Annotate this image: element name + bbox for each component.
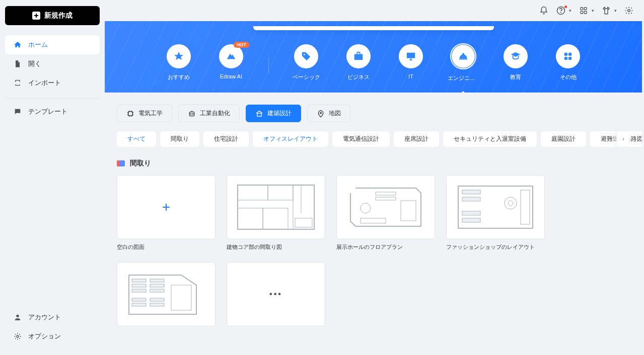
svg-rect-46: [132, 284, 146, 287]
subtab-label: 電気工学: [138, 109, 163, 118]
toolbar: ▾ ▾ ▾: [105, 0, 644, 21]
svg-rect-11: [407, 53, 415, 58]
svg-rect-7: [584, 11, 587, 14]
filter-scroll-right[interactable]: ›: [617, 131, 630, 146]
hero-cat-it[interactable]: IT: [396, 44, 426, 82]
svg-rect-39: [462, 197, 480, 201]
sidebar-item-template[interactable]: テンプレート: [5, 102, 100, 121]
sidebar-item-import[interactable]: インポート: [5, 73, 100, 93]
svg-rect-13: [459, 59, 468, 60]
template-card[interactable]: ファッションショップのレイアウト: [446, 175, 545, 251]
help-icon[interactable]: [556, 6, 566, 16]
svg-point-43: [508, 201, 513, 206]
hero-cat-ai[interactable]: HOTEdraw AI: [216, 44, 246, 82]
svg-rect-50: [150, 289, 164, 292]
hero-cat-other[interactable]: その他: [553, 44, 583, 82]
filter-chip[interactable]: 避難退出経路図: [590, 131, 642, 147]
pin-icon: [317, 110, 325, 118]
filter-chip[interactable]: オフィスレイアウト: [253, 131, 328, 147]
gear-icon[interactable]: [624, 6, 634, 16]
hero-cat-education[interactable]: 教育: [500, 44, 531, 82]
template-card[interactable]: [117, 262, 216, 326]
subtab-arch[interactable]: 建築設計: [246, 105, 301, 122]
svg-point-23: [320, 112, 322, 114]
subtab-label: 地図: [329, 109, 341, 118]
subtab-ee[interactable]: 電気工学: [117, 105, 172, 122]
svg-rect-48: [150, 279, 164, 282]
card-thumb: •••: [227, 262, 325, 326]
sidebar-item-home[interactable]: ホーム: [5, 35, 100, 54]
svg-rect-18: [128, 112, 132, 116]
svg-rect-4: [581, 8, 583, 10]
svg-point-3: [561, 12, 561, 13]
sidebar-item-open[interactable]: 開く: [5, 54, 100, 73]
svg-rect-16: [564, 57, 567, 60]
hero-cat-business[interactable]: ビジネス: [343, 44, 374, 82]
filter-chip[interactable]: 座席設計: [394, 131, 439, 147]
card-thumb: [446, 175, 545, 239]
filter-chip[interactable]: すべて: [117, 131, 156, 147]
svg-rect-51: [132, 298, 146, 301]
svg-rect-14: [564, 53, 567, 56]
svg-point-0: [16, 315, 19, 317]
svg-rect-17: [568, 57, 571, 60]
sidebar-item-label: アカウント: [28, 313, 61, 322]
svg-rect-33: [376, 197, 396, 200]
sidebar-item-label: インポート: [28, 78, 61, 87]
svg-rect-6: [581, 11, 583, 14]
filter-chip[interactable]: 庭園設計: [541, 131, 586, 147]
svg-rect-15: [568, 53, 571, 56]
svg-rect-54: [150, 303, 164, 306]
filter-chip[interactable]: セキュリティと入退室設備: [443, 131, 537, 147]
filter-chip[interactable]: 間取り: [160, 131, 199, 147]
filter-chip[interactable]: 住宅設計: [203, 131, 249, 147]
sidebar-item-account[interactable]: アカウント: [5, 308, 100, 327]
card-title: ファッションショップのレイアウト: [446, 243, 545, 251]
chevron-down-icon[interactable]: ▾: [569, 8, 571, 13]
content[interactable]: おすすめHOTEdraw AIベーシックビジネスITエンジニア...教育その他 …: [105, 21, 644, 355]
template-card[interactable]: 展示ホールのフロアプラン: [336, 175, 435, 251]
plus-icon: +: [162, 199, 170, 215]
hero-cat-recommend[interactable]: おすすめ: [164, 44, 194, 82]
svg-rect-27: [238, 208, 263, 229]
filters: すべて間取り住宅設計オフィスレイアウト電気通信設計座席設計セキュリティと入退室設…: [105, 127, 642, 155]
tag-icon: [294, 44, 318, 68]
hero: おすすめHOTEdraw AIベーシックビジネスITエンジニア...教育その他: [105, 21, 642, 93]
card-thumb: +: [117, 175, 216, 239]
section-title: 間取り: [130, 159, 151, 168]
sidebar-item-label: 開く: [28, 59, 41, 68]
sidebar-item-options[interactable]: オプション: [5, 327, 100, 346]
card-thumb: [336, 175, 435, 239]
user-icon: [13, 313, 22, 322]
svg-rect-44: [521, 190, 530, 224]
template-card[interactable]: +空白の図面: [117, 175, 216, 251]
svg-rect-22: [257, 113, 261, 116]
hero-cat-basic[interactable]: ベーシック: [291, 44, 321, 82]
apps-icon[interactable]: [579, 6, 589, 16]
bell-icon[interactable]: [539, 6, 549, 16]
subtab-ia[interactable]: 工業自動化: [178, 105, 240, 122]
hero-cat-engineer[interactable]: エンジニア...: [448, 44, 478, 82]
home-icon: [13, 40, 22, 49]
grid-icon: [556, 44, 580, 68]
hero-cat-label: IT: [408, 73, 413, 79]
template-card[interactable]: •••: [227, 262, 325, 326]
monitor-icon: [399, 44, 423, 68]
svg-rect-52: [132, 303, 146, 306]
new-button[interactable]: 新規作成: [5, 6, 100, 25]
card-thumb: [227, 175, 325, 239]
svg-rect-45: [132, 279, 146, 282]
template-card[interactable]: 建物コア部の間取り図: [227, 175, 325, 251]
subtab-map[interactable]: 地図: [307, 105, 350, 122]
sidebar-secondary: テンプレート: [5, 99, 100, 124]
chevron-down-icon[interactable]: ▾: [592, 8, 594, 13]
hot-badge: HOT: [234, 42, 249, 48]
shirt-icon[interactable]: [601, 6, 611, 16]
card-thumb: [117, 262, 216, 326]
chevron-down-icon[interactable]: ▾: [614, 8, 617, 13]
hero-cat-label: エンジニア...: [448, 74, 479, 82]
filter-chip[interactable]: 電気通信設計: [332, 131, 390, 147]
subtab-label: 工業自動化: [200, 109, 230, 118]
sidebar-item-label: ホーム: [28, 40, 48, 49]
svg-rect-26: [268, 185, 293, 200]
